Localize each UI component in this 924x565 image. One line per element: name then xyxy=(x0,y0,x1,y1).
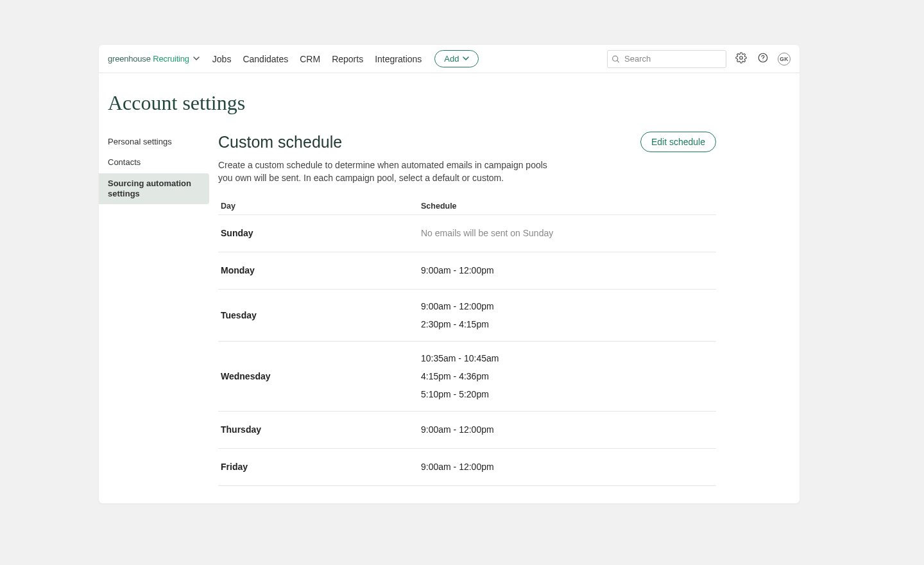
schedule-table-header: Day Schedule xyxy=(218,198,716,215)
main-panel: Custom schedule Edit schedule Create a c… xyxy=(209,132,800,503)
sidebar-item-contacts[interactable]: Contacts xyxy=(99,152,209,173)
main-nav: Jobs Candidates CRM Reports Integrations xyxy=(212,54,422,64)
schedule-cell: No emails will be sent on Sunday xyxy=(421,228,714,238)
search-wrapper xyxy=(607,50,726,68)
sidebar-item-label: Sourcing automation settings xyxy=(108,178,191,198)
schedule-cell: 10:35am - 10:45am4:15pm - 4:36pm5:10pm -… xyxy=(421,353,714,399)
help-button[interactable] xyxy=(756,52,770,66)
help-icon xyxy=(757,52,769,66)
user-avatar[interactable]: GK xyxy=(778,53,791,65)
nav-jobs[interactable]: Jobs xyxy=(212,54,232,64)
table-row: Tuesday9:00am - 12:00pm2:30pm - 4:15pm xyxy=(218,290,716,342)
day-cell: Sunday xyxy=(221,228,421,238)
section-description: Create a custom schedule to determine wh… xyxy=(218,159,552,185)
time-slot: 2:30pm - 4:15pm xyxy=(421,319,714,329)
schedule-table-body: SundayNo emails will be sent on SundayMo… xyxy=(218,215,716,486)
nav-reports[interactable]: Reports xyxy=(332,54,363,64)
topbar-right: GK xyxy=(607,50,791,68)
edit-schedule-button[interactable]: Edit schedule xyxy=(640,132,716,152)
time-slot: 9:00am - 12:00pm xyxy=(421,424,714,435)
time-slot: 10:35am - 10:45am xyxy=(421,353,714,363)
svg-point-2 xyxy=(740,56,743,59)
nav-candidates[interactable]: Candidates xyxy=(243,54,288,64)
brand-word-1: greenhouse xyxy=(108,54,151,64)
settings-button[interactable] xyxy=(734,52,748,66)
nav-integrations[interactable]: Integrations xyxy=(375,54,422,64)
day-cell: Thursday xyxy=(221,424,421,435)
schedule-cell: 9:00am - 12:00pm xyxy=(421,462,714,472)
add-button-label: Add xyxy=(444,54,459,64)
body-row: Personal settings Contacts Sourcing auto… xyxy=(99,132,800,503)
time-slot: 4:15pm - 4:36pm xyxy=(421,371,714,381)
day-cell: Friday xyxy=(221,462,421,472)
product-switcher[interactable]: greenhouse Recruiting xyxy=(108,54,200,64)
day-cell: Monday xyxy=(221,265,421,275)
sidebar-item-personal-settings[interactable]: Personal settings xyxy=(99,132,209,152)
schedule-cell: 9:00am - 12:00pm xyxy=(421,265,714,275)
column-header-day: Day xyxy=(221,202,421,211)
add-button[interactable]: Add xyxy=(434,50,479,67)
svg-point-4 xyxy=(762,60,763,60)
page-title: Account settings xyxy=(99,73,800,132)
time-slot: 9:00am - 12:00pm xyxy=(421,265,714,275)
table-row: Monday9:00am - 12:00pm xyxy=(218,252,716,290)
app-window: greenhouse Recruiting Jobs Candidates CR… xyxy=(99,45,800,503)
day-cell: Tuesday xyxy=(221,310,421,320)
chevron-down-icon xyxy=(463,54,469,64)
brand-word-2: Recruiting xyxy=(153,54,189,64)
no-schedule-text: No emails will be sent on Sunday xyxy=(421,228,714,238)
search-input[interactable] xyxy=(607,50,726,68)
main-header: Custom schedule Edit schedule xyxy=(218,132,716,152)
time-slot: 9:00am - 12:00pm xyxy=(421,462,714,472)
sidebar-item-label: Personal settings xyxy=(108,137,172,146)
table-row: SundayNo emails will be sent on Sunday xyxy=(218,215,716,252)
schedule-cell: 9:00am - 12:00pm2:30pm - 4:15pm xyxy=(421,301,714,329)
section-title: Custom schedule xyxy=(218,133,342,152)
table-row: Wednesday10:35am - 10:45am4:15pm - 4:36p… xyxy=(218,342,716,412)
column-header-schedule: Schedule xyxy=(421,202,714,211)
table-row: Friday9:00am - 12:00pm xyxy=(218,449,716,486)
topbar: greenhouse Recruiting Jobs Candidates CR… xyxy=(99,45,800,73)
time-slot: 5:10pm - 5:20pm xyxy=(421,389,714,399)
time-slot: 9:00am - 12:00pm xyxy=(421,301,714,311)
settings-sidebar: Personal settings Contacts Sourcing auto… xyxy=(99,132,209,204)
svg-line-1 xyxy=(617,60,619,62)
sidebar-item-sourcing-automation-settings[interactable]: Sourcing automation settings xyxy=(99,173,209,205)
day-cell: Wednesday xyxy=(221,371,421,381)
gear-icon xyxy=(735,52,747,66)
sidebar-item-label: Contacts xyxy=(108,157,141,167)
chevron-down-icon xyxy=(193,54,200,64)
table-row: Thursday9:00am - 12:00pm xyxy=(218,412,716,449)
schedule-cell: 9:00am - 12:00pm xyxy=(421,424,714,435)
nav-crm[interactable]: CRM xyxy=(300,54,320,64)
